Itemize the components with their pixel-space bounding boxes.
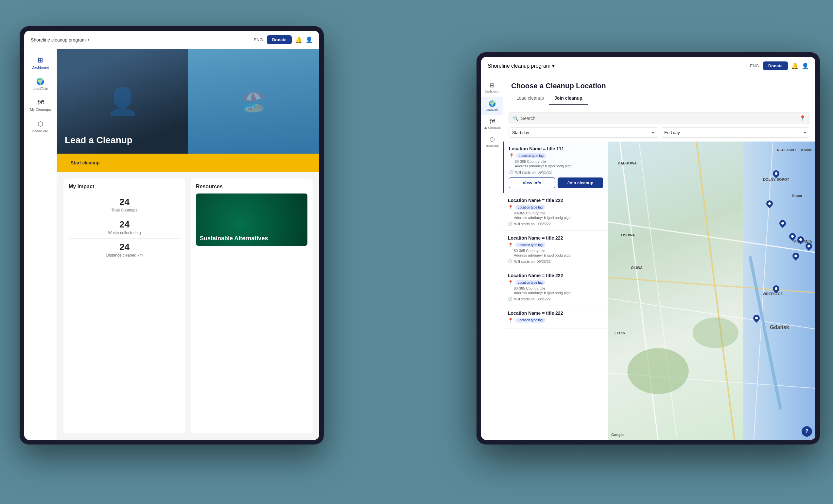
map-label-kolide: Kolide xyxy=(801,148,812,152)
map-label-osowa: OSOWA xyxy=(621,233,635,237)
back-leadjoin-label: Lead/Join xyxy=(33,86,48,91)
front-leadjoin-label: Lead/Join xyxy=(486,108,498,112)
end-day-select[interactable]: End day xyxy=(661,127,810,137)
loc4-title: Location Name = title 222 xyxy=(508,273,603,278)
front-notify-button[interactable]: 🔔 xyxy=(791,62,798,70)
map-help-button[interactable]: ? xyxy=(802,426,812,437)
my-impact-card: My Impact 24 Total Cleanups 24 Waste col… xyxy=(64,178,186,433)
front-sidebar-mycleanups[interactable]: 🗺 My Cleanups xyxy=(481,115,503,133)
back-sidebar-item-mycleanups[interactable]: 🗺 My Cleanups xyxy=(24,95,56,116)
loc3-date-row: 🕐 Will starts on 09/25/22 xyxy=(508,259,603,263)
loc1-clock-icon: 🕐 xyxy=(509,170,514,174)
stat-row-distance: 24 Distance cleaned,km xyxy=(69,238,180,261)
back-notify-button[interactable]: 🔔 xyxy=(295,36,302,44)
map-label-oliwa: OLIWA xyxy=(631,266,643,270)
back-sidebar-item-dashboard[interactable]: ⊞ Dashboard xyxy=(24,52,56,74)
map-area: REDŁOWO Kolide DĄBROWA DOLNY SOPOT Sopot… xyxy=(608,142,815,440)
front-sidebar-leadjoin[interactable]: 🌍 Lead/Join xyxy=(481,97,503,115)
waste-label: Waste collected,kg xyxy=(69,230,180,235)
front-oceanorg-label: ocean.org xyxy=(485,144,498,148)
back-start-banner[interactable]: → Start cleanup xyxy=(57,154,319,172)
front-notify-icon: 🔔 xyxy=(791,63,798,69)
location-list: Location Name = title 111 📍 Location typ… xyxy=(503,142,608,440)
back-sidebar-item-oceanorg[interactable]: ⬡ ocean.org xyxy=(24,116,56,137)
back-user-icon: 👤 xyxy=(306,36,313,43)
map-label-gdansk: Gdańsk xyxy=(770,325,789,330)
location-card-2[interactable]: Location Name = title 222 📍 Location typ… xyxy=(503,193,608,231)
loc1-actions: View info Join cleanup xyxy=(509,177,603,188)
front-sidebar-oceanorg[interactable]: ⬡ ocean.org xyxy=(481,133,503,151)
loc5-title: Location Name = title 222 xyxy=(508,310,603,316)
map-roads-svg xyxy=(608,142,815,440)
front-logo[interactable]: Shoreline cleanup program ▾ xyxy=(487,63,555,69)
back-sidebar-item-leadjoin[interactable]: 🌍 Lead/Join xyxy=(24,74,56,95)
back-lang-btn[interactable]: ENG xyxy=(254,37,263,42)
back-logo[interactable]: Shoreline cleanup program ▾ xyxy=(31,37,89,43)
back-hero-left: Lead a Cleanup xyxy=(57,49,188,154)
loc1-date-row: 🕐 Will starts on 09/25/22 xyxy=(509,170,603,174)
front-logo-chevron: ▾ xyxy=(552,63,555,69)
distance-value: 24 xyxy=(69,242,180,252)
back-tablet-inner: Shoreline cleanup program ▾ ENG Donate 🔔… xyxy=(24,31,319,440)
svg-line-1 xyxy=(620,142,658,440)
front-main: Choose a Cleanup Location Lead cleanup J… xyxy=(503,75,815,440)
back-user-button[interactable]: 👤 xyxy=(306,36,313,44)
sustainable-alternatives-label: Sustainable Alternatives xyxy=(200,235,268,242)
front-donate-button[interactable]: Donate xyxy=(763,61,788,70)
loc1-pin-icon: 📍 xyxy=(509,153,514,158)
back-donate-button[interactable]: Donate xyxy=(267,35,292,44)
location-card-3[interactable]: Location Name = title 222 📍 Location typ… xyxy=(503,231,608,268)
view-info-button[interactable]: View info xyxy=(509,177,555,188)
back-content: ⊞ Dashboard 🌍 Lead/Join 🗺 My Cleanups ⬡ … xyxy=(24,49,319,440)
back-logo-text: Shoreline cleanup program xyxy=(31,37,86,43)
back-dashboard-icon: ⊞ xyxy=(38,56,43,64)
tab-lead-cleanup[interactable]: Lead cleanup xyxy=(511,94,549,105)
map-label-sopot: Sopot xyxy=(792,194,802,198)
back-hero: Lead a Cleanup xyxy=(57,49,319,154)
front-user-icon: 👤 xyxy=(802,63,809,69)
loc3-address: Address adrdiueyr b igod bodg pigdi xyxy=(514,253,603,257)
tabs-row: Lead cleanup Join cleanup xyxy=(511,94,808,105)
back-hero-beach-image xyxy=(188,49,319,154)
front-lang-btn[interactable]: ENG xyxy=(750,64,759,68)
sustainable-alternatives-image[interactable]: Sustainable Alternatives xyxy=(196,194,307,246)
location-target-icon[interactable]: 📍 xyxy=(799,115,806,121)
back-hero-text: Lead a Cleanup xyxy=(65,135,133,146)
svg-line-6 xyxy=(639,142,677,440)
my-impact-title: My Impact xyxy=(69,184,180,190)
loc4-tag-row: 📍 Location type tag xyxy=(508,280,603,285)
location-card-4[interactable]: Location Name = title 222 📍 Location typ… xyxy=(503,268,608,306)
back-dash-body: My Impact 24 Total Cleanups 24 Waste col… xyxy=(57,172,319,440)
start-day-select[interactable]: Start day xyxy=(508,127,658,137)
svg-line-4 xyxy=(696,142,735,440)
front-mycleanups-icon: 🗺 xyxy=(489,118,495,125)
loc2-address: Address adrdiueyr b igod bodg pigdi xyxy=(514,216,603,220)
front-tablet: Shoreline cleanup program ▾ ENG Donate 🔔… xyxy=(477,52,820,445)
location-card-1[interactable]: Location Name = title 111 📍 Location typ… xyxy=(503,142,608,193)
loc1-zip: 80-365 Country title xyxy=(515,159,603,163)
map-label-lezno: Leźno xyxy=(615,331,625,335)
front-user-button[interactable]: 👤 xyxy=(802,62,809,70)
loc2-pin-icon: 📍 xyxy=(508,205,513,210)
front-sidebar-dashboard[interactable]: ⊞ Dashboard xyxy=(481,78,503,97)
loc4-clock-icon: 🕐 xyxy=(508,297,513,301)
loc2-tag-row: 📍 Location type tag xyxy=(508,205,603,210)
front-dashboard-label: Dashboard xyxy=(485,90,499,94)
search-input[interactable] xyxy=(521,116,797,121)
loc1-address: Address adrdiueyr b igod bodg pigdi xyxy=(515,164,603,168)
location-card-5[interactable]: Location Name = title 222 📍 Location typ… xyxy=(503,306,608,329)
join-cleanup-button[interactable]: Join cleanup xyxy=(557,177,603,188)
back-hero-right xyxy=(188,49,319,154)
loc1-title: Location Name = title 111 xyxy=(509,146,603,151)
filter-row: Start day End day xyxy=(508,127,810,137)
loc3-clock-icon: 🕐 xyxy=(508,259,513,263)
loc3-date: Will starts on 09/25/22 xyxy=(514,259,551,263)
search-area: 🔍 📍 Start day End day xyxy=(503,108,815,142)
tab-join-cleanup[interactable]: Join cleanup xyxy=(549,94,588,105)
loc1-date: Will starts on 09/25/22 xyxy=(515,170,552,174)
loc2-date: Will starts on 09/25/22 xyxy=(514,222,551,226)
total-cleanups-value: 24 xyxy=(69,197,180,207)
waste-value: 24 xyxy=(69,219,180,230)
back-leadjoin-icon: 🌍 xyxy=(36,77,45,85)
split-view: Location Name = title 111 📍 Location typ… xyxy=(503,142,815,440)
